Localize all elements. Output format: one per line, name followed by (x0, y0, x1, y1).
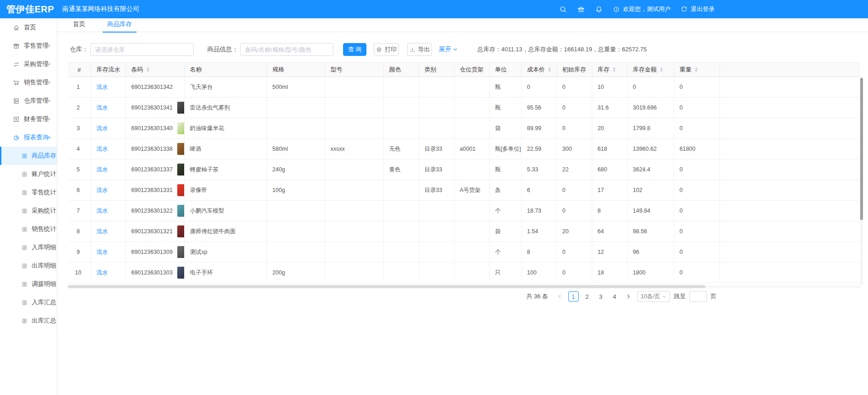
stock-flow-link[interactable]: 流水 (97, 187, 108, 193)
product-thumbnail[interactable] (177, 205, 184, 217)
document-icon (22, 318, 27, 324)
sidebar-item-transfer-detail[interactable]: 调拨明细 (0, 275, 57, 293)
sidebar-item-retail-stats[interactable]: 零售统计 (0, 183, 57, 202)
sidebar-item-inbound-detail[interactable]: 入库明细 (0, 238, 57, 257)
vertical-scrollbar-thumb[interactable] (860, 78, 863, 220)
product-thumbnail[interactable] (177, 164, 184, 176)
page-button-1[interactable]: 1 (568, 291, 579, 302)
stock-flow-link[interactable]: 流水 (97, 166, 108, 173)
page-button-3[interactable]: 3 (596, 291, 606, 302)
column-header[interactable] (720, 63, 860, 77)
stock-flow-link[interactable]: 流水 (97, 269, 108, 276)
jump-page-input[interactable] (689, 291, 707, 302)
sidebar-item-reports[interactable]: 报表查询 (0, 128, 57, 147)
search-button[interactable]: 查询 (343, 43, 366, 56)
column-header[interactable]: 仓位货架 (454, 63, 489, 77)
bank-icon[interactable] (577, 5, 585, 13)
logout-button[interactable]: 退出登录 (681, 5, 715, 13)
welcome-user[interactable]: 欢迎您，测试用户 (613, 5, 671, 13)
sidebar-item-finance[interactable]: 财务管理 (0, 110, 57, 128)
retail-icon (13, 43, 20, 49)
sidebar-subitem-label: 零售统计 (32, 188, 56, 197)
column-label: 单位 (495, 66, 507, 74)
horizontal-scrollbar[interactable] (68, 285, 860, 288)
column-header[interactable]: 库存金额 (627, 63, 674, 77)
stock-flow-link[interactable]: 流水 (97, 249, 108, 255)
column-header[interactable]: # (68, 63, 91, 77)
column-header[interactable]: 库存流水 (91, 63, 126, 77)
column-header[interactable]: 类别 (419, 63, 454, 77)
sidebar-subitem-label: 出库明细 (32, 262, 56, 270)
page-button-4[interactable]: 4 (610, 291, 620, 302)
product-thumbnail[interactable] (177, 246, 184, 258)
column-header[interactable]: 型号 (325, 63, 383, 77)
product-thumbnail[interactable] (177, 143, 184, 155)
column-header[interactable]: 初始库存 (557, 63, 592, 77)
prev-page-button[interactable] (555, 291, 565, 302)
column-header[interactable]: 成本价 (521, 63, 557, 77)
sidebar-item-purchase[interactable]: 采购管理 (0, 55, 57, 73)
tab-home[interactable]: 首页 (68, 18, 90, 32)
sidebar-item-home[interactable]: 首页 (0, 18, 57, 37)
sort-caret-icon[interactable] (548, 67, 551, 72)
row-index: 6 (68, 180, 91, 201)
product-thumbnail[interactable] (177, 102, 184, 114)
jump-label: 跳至 (674, 292, 686, 301)
stock-flow-link[interactable]: 流水 (97, 104, 108, 111)
stock-flow-link[interactable]: 流水 (97, 228, 108, 235)
tab-product-stock[interactable]: 商品库存 (103, 18, 136, 32)
stock-flow-link[interactable]: 流水 (97, 208, 108, 214)
cell-name: 奶油味爆米花 (184, 118, 267, 139)
stock-flow-link[interactable]: 流水 (97, 125, 108, 132)
sidebar-item-account-stats[interactable]: 账户统计 (0, 165, 57, 183)
sort-caret-icon[interactable] (613, 67, 616, 72)
column-header[interactable]: 条码 (126, 63, 184, 77)
cell-shelf (454, 98, 489, 118)
page-button-2[interactable]: 2 (582, 291, 592, 302)
cell-spec (267, 201, 325, 221)
cell-model (325, 180, 383, 201)
warehouse-select[interactable] (90, 43, 194, 56)
column-header[interactable]: 重量 (674, 63, 720, 77)
sidebar-item-sales-stats[interactable]: 销售统计 (0, 220, 57, 238)
next-page-button[interactable] (623, 291, 633, 302)
column-header[interactable]: 单位 (489, 63, 521, 77)
sidebar-item-outbound-detail[interactable]: 出库明细 (0, 257, 57, 275)
column-header[interactable]: 库存 (592, 63, 627, 77)
sidebar-item-inbound-summary[interactable]: 入库汇总 (0, 293, 57, 312)
main-content: 首页商品库存 仓库： 商品信息： 查询 打印 导出 展开 总库存：4011.13… (57, 18, 868, 395)
topbar-right: 欢迎您，测试用户 退出登录 (559, 0, 715, 18)
vertical-scrollbar[interactable] (860, 77, 863, 285)
cell-name: 康师傅红烧牛肉面 (184, 221, 267, 242)
sidebar-item-product-stock[interactable]: 商品库存 (0, 147, 57, 165)
sort-caret-icon[interactable] (695, 67, 698, 72)
column-header[interactable]: 颜色 (383, 63, 419, 77)
product-info-input[interactable] (240, 43, 333, 56)
search-icon[interactable] (559, 5, 567, 13)
column-header[interactable]: 规格 (267, 63, 325, 77)
sidebar-item-purchase-stats[interactable]: 采购统计 (0, 202, 57, 220)
export-button[interactable]: 导出 (407, 43, 432, 56)
expand-link[interactable]: 展开 (439, 45, 458, 54)
product-thumbnail[interactable] (177, 225, 184, 237)
sidebar-item-retail[interactable]: 零售管理 (0, 37, 57, 55)
sort-caret-icon[interactable] (147, 67, 149, 72)
sidebar-item-sales[interactable]: 销售管理 (0, 73, 57, 92)
bell-icon[interactable] (595, 5, 603, 13)
product-thumbnail[interactable] (177, 122, 184, 134)
sidebar-item-outbound-summary[interactable]: 出库汇总 (0, 312, 57, 330)
sort-caret-icon[interactable] (660, 67, 663, 72)
horizontal-scrollbar-thumb[interactable] (68, 285, 705, 288)
sidebar-item-warehouse[interactable]: 仓库管理 (0, 92, 57, 110)
print-button[interactable]: 打印 (374, 43, 399, 56)
sales-icon (13, 79, 20, 86)
stock-flow-link[interactable]: 流水 (97, 84, 108, 90)
stock-flow-link[interactable]: 流水 (97, 146, 108, 152)
product-thumbnail[interactable] (177, 184, 184, 196)
page-size-select[interactable]: 10条/页 (637, 291, 670, 302)
cell-category: 目录33 (419, 180, 454, 201)
product-thumbnail[interactable] (177, 267, 184, 279)
cell-weight: 61800 (674, 139, 720, 159)
barcode-text: 6901236301303 (131, 269, 173, 276)
column-header[interactable]: 名称 (184, 63, 267, 77)
